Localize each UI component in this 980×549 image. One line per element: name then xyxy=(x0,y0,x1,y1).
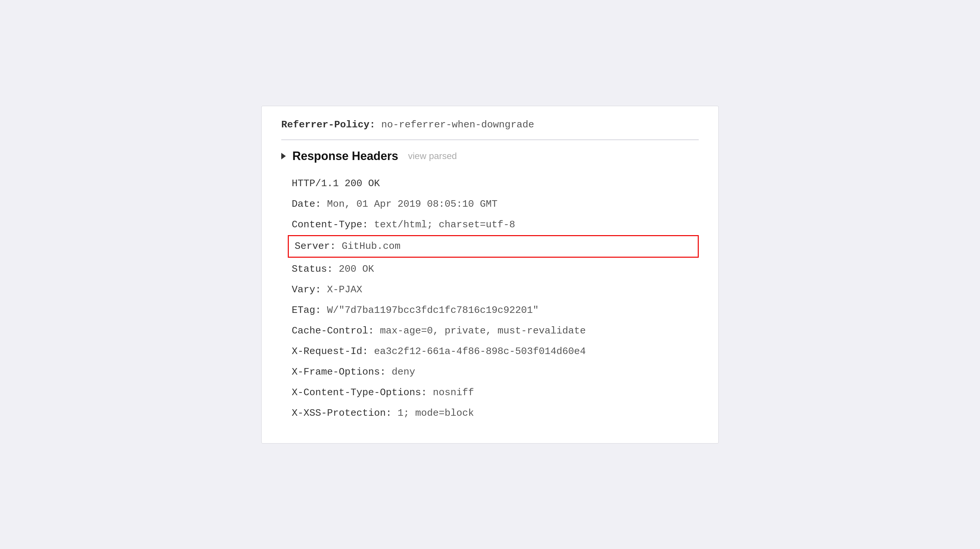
header-value-vary: X-PJAX xyxy=(321,284,362,295)
header-row-etag: ETag: W/"7d7ba1197bcc3fdc1fc7816c19c9220… xyxy=(288,300,699,321)
header-row-x-content-type-options: X-Content-Type-Options: nosniff xyxy=(288,382,699,403)
header-value-content-type: text/html; charset=utf-8 xyxy=(368,219,515,230)
header-value-cache-control: max-age=0, private, must-revalidate xyxy=(374,325,586,336)
header-label-status-line: HTTP/1.1 200 OK xyxy=(292,178,380,189)
response-panel: Referrer-Policy: no-referrer-when-downgr… xyxy=(261,106,719,444)
collapse-triangle-icon[interactable] xyxy=(281,153,286,159)
header-value-date: Mon, 01 Apr 2019 08:05:10 GMT xyxy=(321,199,498,210)
header-value-etag: W/"7d7ba1197bcc3fdc1fc7816c19c92201" xyxy=(321,305,539,316)
response-headers-section-header: Response Headers view parsed xyxy=(281,149,699,163)
header-label-x-frame-options: X-Frame-Options: xyxy=(292,366,386,377)
referrer-policy-label: Referrer-Policy: xyxy=(281,119,375,130)
header-row-date: Date: Mon, 01 Apr 2019 08:05:10 GMT xyxy=(288,194,699,215)
header-row-cache-control: Cache-Control: max-age=0, private, must-… xyxy=(288,321,699,341)
header-label-x-xss-protection: X-XSS-Protection: xyxy=(292,407,392,419)
header-row-status: Status: 200 OK xyxy=(288,259,699,280)
header-label-vary: Vary: xyxy=(292,284,321,295)
header-value-x-content-type-options: nosniff xyxy=(427,387,474,398)
header-value-x-frame-options: deny xyxy=(386,366,415,377)
header-value-status: 200 OK xyxy=(333,264,374,275)
header-label-cache-control: Cache-Control: xyxy=(292,325,374,336)
header-label-server: Server: xyxy=(295,241,336,252)
section-title: Response Headers xyxy=(281,149,398,163)
referrer-policy-value: no-referrer-when-downgrade xyxy=(381,119,534,130)
header-row-vary: Vary: X-PJAX xyxy=(288,280,699,300)
header-row-x-frame-options: X-Frame-Options: deny xyxy=(288,362,699,382)
header-label-etag: ETag: xyxy=(292,305,321,316)
header-value-x-request-id: ea3c2f12-661a-4f86-898c-503f014d60e4 xyxy=(368,346,586,357)
header-row-content-type: Content-Type: text/html; charset=utf-8 xyxy=(288,215,699,235)
referrer-policy-row: Referrer-Policy: no-referrer-when-downgr… xyxy=(281,119,699,140)
header-label-content-type: Content-Type: xyxy=(292,219,368,230)
header-label-date: Date: xyxy=(292,199,321,210)
header-value-x-xss-protection: 1; mode=block xyxy=(392,407,474,419)
referrer-policy-line: Referrer-Policy: no-referrer-when-downgr… xyxy=(281,119,534,130)
section-title-text: Response Headers xyxy=(293,149,398,163)
header-row-x-request-id: X-Request-Id: ea3c2f12-661a-4f86-898c-50… xyxy=(288,341,699,362)
header-row-x-xss-protection: X-XSS-Protection: 1; mode=block xyxy=(288,403,699,423)
header-label-x-content-type-options: X-Content-Type-Options: xyxy=(292,387,427,398)
header-label-status: Status: xyxy=(292,264,333,275)
headers-list: HTTP/1.1 200 OKDate: Mon, 01 Apr 2019 08… xyxy=(281,173,699,423)
header-row-status-line: HTTP/1.1 200 OK xyxy=(288,173,699,194)
header-label-x-request-id: X-Request-Id: xyxy=(292,346,368,357)
view-parsed-link[interactable]: view parsed xyxy=(408,151,457,161)
header-row-server: Server: GitHub.com xyxy=(288,235,699,258)
header-value-server: GitHub.com xyxy=(336,241,401,252)
